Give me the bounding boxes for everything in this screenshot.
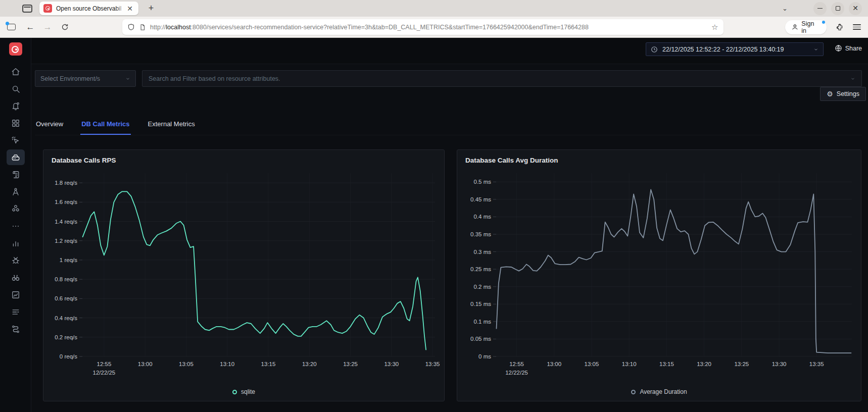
svg-text:12:55: 12:55: [97, 361, 112, 367]
window-close-button[interactable]: ✕: [849, 2, 862, 15]
sidebar-toggle-icon[interactable]: [4, 20, 18, 34]
svg-text:0.2 ms: 0.2 ms: [473, 284, 491, 290]
svg-text:0.6 req/s: 0.6 req/s: [55, 295, 77, 301]
account-icon: [791, 23, 799, 31]
sidebar-item-events[interactable]: [7, 132, 25, 148]
svg-text:1.8 req/s: 1.8 req/s: [55, 180, 77, 186]
bookmark-star-icon[interactable]: ☆: [711, 23, 718, 32]
window-minimize-button[interactable]: [813, 2, 827, 15]
window-maximize-button[interactable]: [831, 2, 844, 15]
svg-text:0.45 ms: 0.45 ms: [470, 196, 491, 202]
reload-button[interactable]: [58, 20, 72, 34]
svg-text:12/22/25: 12/22/25: [505, 370, 528, 376]
firefox-view-icon[interactable]: [22, 5, 32, 13]
sidebar-item-explorer[interactable]: [7, 270, 25, 285]
binoculars-icon: [11, 273, 21, 283]
svg-text:13:10: 13:10: [622, 361, 637, 367]
sidebar-item-exceptions[interactable]: [7, 252, 25, 268]
sidebar-item-metrics[interactable]: [7, 235, 25, 251]
svg-text:0.5 ms: 0.5 ms: [473, 179, 491, 185]
svg-text:0.4 ms: 0.4 ms: [473, 214, 491, 220]
svg-text:0 ms: 0 ms: [478, 353, 491, 359]
tab-list-chevron-icon[interactable]: ⌄: [782, 5, 788, 12]
menu-hamburger-icon[interactable]: [850, 20, 864, 34]
tab-db-call-metrics[interactable]: DB Call Metrics: [80, 117, 130, 135]
screen: Open source Observabili ✕ + ⌄ ✕ ← → http…: [0, 0, 868, 412]
extensions-puzzle-icon[interactable]: [833, 20, 847, 34]
time-range-picker[interactable]: 22/12/2025 12:52:22 - 22/12/2025 13:40:1…: [646, 42, 824, 56]
browser-tab[interactable]: Open source Observabili ✕: [39, 2, 138, 15]
sidebar-item-more[interactable]: [7, 218, 25, 234]
click-cursor-icon: [11, 135, 21, 145]
home-icon: [11, 67, 21, 77]
service-tabs: Overview DB Call Metrics External Metric…: [35, 117, 862, 135]
chart-plot[interactable]: 12:5512/22/2513:0013:0513:1013:1513:2013…: [45, 166, 442, 383]
svg-text:13:30: 13:30: [772, 361, 787, 367]
sign-in-button[interactable]: Sign in: [785, 20, 827, 34]
browser-toolbar: ← → http://localhost:8080/services/searc…: [0, 17, 868, 38]
new-tab-button[interactable]: +: [144, 2, 158, 15]
sidebar-item-logs[interactable]: [7, 167, 25, 182]
billing-list-icon: [11, 307, 21, 317]
line-chart-svg: 12:5512/22/2513:0013:0513:1013:1513:2013…: [459, 166, 859, 381]
svg-text:13:20: 13:20: [302, 361, 317, 367]
chart-title: Database Calls RPS: [43, 150, 444, 166]
sidebar-item-search[interactable]: [7, 81, 25, 96]
svg-text:0.05 ms: 0.05 ms: [470, 336, 491, 342]
tab-external-metrics[interactable]: External Metrics: [147, 117, 196, 135]
sidebar-item-home[interactable]: [7, 64, 25, 79]
legend-ring-icon: [631, 390, 636, 394]
alerts-bell-icon: [11, 101, 21, 111]
sidebar-item-dashboards[interactable]: [7, 115, 25, 131]
tab-overview[interactable]: Overview: [35, 117, 64, 135]
main-content: 22/12/2025 12:52:22 - 22/12/2025 13:40:1…: [31, 38, 868, 412]
sidebar-item-infra[interactable]: [7, 201, 25, 217]
svg-text:0.8 req/s: 0.8 req/s: [55, 276, 77, 282]
traces-compass-icon: [11, 187, 21, 197]
svg-text:0.25 ms: 0.25 ms: [470, 266, 491, 272]
sidebar-item-services[interactable]: [7, 149, 25, 165]
chevron-down-icon: [813, 47, 818, 52]
sidebar-item-traces[interactable]: [7, 184, 25, 199]
chart-legend[interactable]: sqlite: [43, 383, 444, 401]
line-chart-svg: 12:5512/22/2513:0013:0513:1013:1513:2013…: [45, 166, 442, 381]
url-bar[interactable]: http://localhost:8080/services/search-re…: [122, 19, 724, 35]
svg-text:12/22/25: 12/22/25: [93, 370, 116, 376]
svg-text:13:35: 13:35: [425, 361, 440, 367]
svg-text:13:25: 13:25: [343, 361, 358, 367]
signoz-logo[interactable]: [9, 42, 22, 56]
chart-title: Database Calls Avg Duration: [457, 150, 861, 166]
more-ellipsis-icon: [11, 221, 21, 231]
tab-close-icon[interactable]: ✕: [125, 5, 134, 13]
back-button[interactable]: ←: [23, 20, 37, 34]
svg-text:13:00: 13:00: [138, 361, 153, 367]
sidebar-item-pipelines[interactable]: [7, 321, 25, 337]
search-icon: [11, 84, 21, 94]
svg-text:13:15: 13:15: [659, 361, 674, 367]
svg-text:13:15: 13:15: [261, 361, 276, 367]
svg-text:13:30: 13:30: [384, 361, 399, 367]
cluster-hexagons-icon: [11, 204, 21, 214]
svg-text:0.15 ms: 0.15 ms: [470, 301, 491, 307]
sidebar-item-billing[interactable]: [7, 304, 25, 320]
chart-plot[interactable]: 12:5512/22/2513:0013:0513:1013:1513:2013…: [459, 166, 859, 383]
usage-chart-icon: [11, 290, 21, 300]
svg-text:13:25: 13:25: [734, 361, 749, 367]
sidebar-item-usage[interactable]: [7, 287, 25, 302]
forward-button[interactable]: →: [40, 20, 55, 34]
svg-text:13:20: 13:20: [697, 361, 711, 367]
services-drive-icon: [11, 152, 21, 163]
chart-card-db-calls-avg-duration: Database Calls Avg Duration 12:5512/22/2…: [457, 149, 861, 401]
sidebar-item-alerts[interactable]: [7, 98, 25, 114]
chart-legend[interactable]: Average Duration: [457, 383, 861, 401]
svg-text:0.1 ms: 0.1 ms: [473, 319, 491, 325]
globe-icon: [835, 44, 842, 52]
svg-text:13:00: 13:00: [547, 361, 561, 367]
route-icon: [11, 324, 21, 334]
environment-select[interactable]: Select Environment/s: [35, 70, 136, 87]
settings-button[interactable]: ⚙ Settings: [820, 87, 866, 101]
svg-text:0.2 req/s: 0.2 req/s: [55, 334, 77, 340]
share-button[interactable]: Share: [835, 44, 862, 52]
resource-filter-input[interactable]: [149, 75, 850, 82]
resource-filter-bar[interactable]: [142, 70, 862, 87]
